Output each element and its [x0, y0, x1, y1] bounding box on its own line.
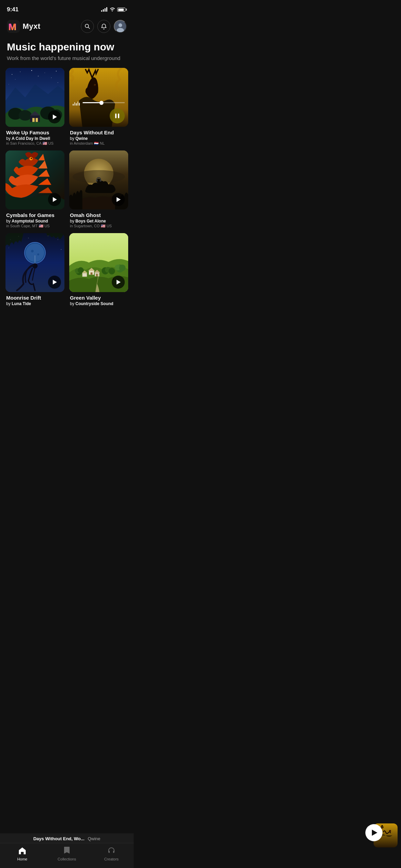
card-artwork-6	[69, 233, 128, 292]
hero-title: Music happening now	[7, 41, 127, 53]
svg-rect-59	[96, 274, 98, 276]
svg-point-70	[119, 264, 125, 271]
card-artwork-3	[5, 150, 64, 209]
card-artwork-4	[69, 150, 128, 209]
svg-point-6	[119, 23, 122, 27]
card-artist-2: by Qwine	[70, 136, 127, 141]
card-title-3: Cymbals for Games	[6, 212, 64, 218]
svg-point-9	[12, 74, 12, 75]
svg-rect-37	[96, 180, 98, 182]
svg-point-67	[109, 268, 115, 274]
svg-rect-60	[82, 273, 87, 277]
play-button-5[interactable]	[48, 276, 61, 289]
svg-line-4	[88, 27, 90, 29]
play-button-6[interactable]	[112, 276, 125, 289]
progress-fill	[83, 102, 102, 103]
svg-point-15	[38, 76, 39, 76]
progress-overlay	[73, 100, 125, 106]
bell-icon	[101, 24, 107, 29]
music-grid: Woke Up Famous by A Cold Day In Dwell in…	[0, 68, 134, 306]
svg-point-18	[9, 84, 9, 84]
logo-area: M M Myxt	[7, 20, 40, 33]
waveform-icon	[73, 100, 80, 106]
card-title-2: Days Without End	[70, 130, 127, 135]
status-icons	[101, 7, 127, 12]
card-artist-1: by A Cold Day In Dwell	[6, 136, 64, 141]
status-bar: 9:41	[0, 0, 134, 17]
svg-rect-38	[100, 180, 101, 182]
notification-button[interactable]	[97, 20, 110, 33]
music-card-2[interactable]: Days Without End by Qwine in Amsterdam 🇳…	[69, 68, 128, 146]
music-card-4[interactable]: Omah Ghost by Boys Get Alone in Sugartow…	[69, 150, 128, 228]
svg-rect-23	[30, 115, 40, 122]
hero-subtitle: Work from the world's future musical und…	[7, 55, 127, 61]
svg-point-20	[19, 110, 32, 121]
svg-point-14	[15, 79, 15, 79]
svg-point-11	[31, 70, 32, 71]
app-logo: M M	[7, 20, 20, 33]
card-artwork-5	[5, 233, 64, 292]
card-location-2: in Amsterdam 🇳🇱 NL	[70, 141, 127, 146]
svg-rect-26	[36, 118, 38, 122]
svg-rect-25	[32, 118, 35, 122]
app-name: Myxt	[23, 22, 40, 31]
music-card-6[interactable]: Green Valley by Countryside Sound	[69, 233, 128, 306]
progress-track[interactable]	[83, 102, 125, 103]
avatar-icon	[114, 20, 126, 33]
card-info-5: Moonrise Drift by Luna Tide	[5, 292, 64, 306]
wifi-icon	[109, 7, 115, 12]
header-actions	[81, 20, 127, 33]
card-artwork-2	[69, 68, 128, 127]
card-info-6: Green Valley by Countryside Sound	[69, 292, 128, 306]
svg-rect-56	[90, 272, 93, 275]
search-icon	[85, 24, 90, 29]
card-artist-5: by Luna Tide	[6, 301, 64, 306]
svg-point-16	[51, 77, 52, 78]
play-button-1[interactable]	[48, 110, 61, 123]
card-info-1: Woke Up Famous by A Cold Day In Dwell in…	[5, 127, 64, 146]
svg-text:M: M	[8, 22, 16, 32]
pause-button-2[interactable]	[110, 108, 125, 123]
card-info-2: Days Without End by Qwine in Amsterdam 🇳…	[69, 127, 128, 146]
signal-icon	[101, 8, 107, 12]
app-header: M M Myxt	[0, 17, 134, 38]
search-button[interactable]	[81, 20, 94, 33]
svg-point-45	[9, 248, 9, 248]
status-time: 9:41	[7, 6, 19, 13]
svg-point-12	[45, 72, 45, 73]
music-card-5[interactable]: Moonrise Drift by Luna Tide	[5, 233, 64, 306]
svg-point-44	[58, 239, 58, 240]
svg-point-32	[31, 158, 32, 159]
music-card-1[interactable]: Woke Up Famous by A Cold Day In Dwell in…	[5, 68, 64, 146]
svg-point-50	[37, 253, 39, 255]
card-info-3: Cymbals for Games by Asymptotal Sound in…	[5, 209, 64, 228]
card-title-4: Omah Ghost	[70, 212, 127, 218]
svg-point-29	[95, 84, 96, 85]
card-artist-6: by Countryside Sound	[70, 301, 127, 306]
card-title-1: Woke Up Famous	[6, 130, 64, 135]
svg-point-42	[28, 238, 28, 238]
profile-button[interactable]	[114, 20, 127, 33]
svg-point-17	[58, 82, 58, 83]
card-location-3: in South Cape, MT 🇺🇸 US	[6, 224, 64, 228]
card-artwork-1	[5, 68, 64, 127]
svg-point-7	[117, 28, 124, 33]
play-button-4[interactable]	[112, 193, 125, 206]
music-card-3[interactable]: Cymbals for Games by Asymptotal Sound in…	[5, 150, 64, 228]
svg-point-64	[78, 267, 84, 273]
card-location-1: in San Francisco, CA 🇺🇸 US	[6, 141, 64, 146]
svg-point-46	[61, 249, 62, 250]
card-artist-4: by Boys Get Alone	[70, 219, 127, 224]
card-artist-3: by Asymptotal Sound	[6, 219, 64, 224]
battery-icon	[117, 8, 127, 12]
card-title-5: Moonrise Drift	[6, 295, 64, 301]
svg-point-28	[94, 84, 96, 86]
card-location-4: in Sugartown, CO 🇺🇸 US	[70, 224, 127, 228]
card-info-4: Omah Ghost by Boys Get Alone in Sugartow…	[69, 209, 128, 228]
play-button-3[interactable]	[48, 193, 61, 206]
svg-point-13	[56, 71, 57, 71]
svg-point-10	[20, 71, 21, 72]
card-title-6: Green Valley	[70, 295, 127, 301]
hero-section: Music happening now Work from the world'…	[0, 38, 134, 68]
svg-point-49	[31, 250, 34, 252]
